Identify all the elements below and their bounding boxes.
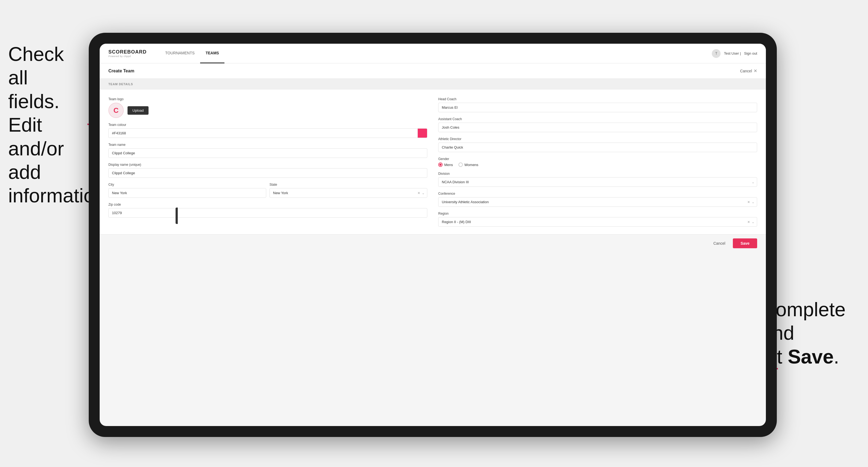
athletic-director-input[interactable] <box>438 143 757 152</box>
team-logo-label: Team logo <box>108 97 427 101</box>
upload-button[interactable]: Upload <box>127 106 149 115</box>
conference-group: Conference University Athletic Associati… <box>438 192 757 207</box>
region-label: Region <box>438 212 757 216</box>
tablet-side-button <box>176 208 178 224</box>
region-select-wrapper: Region II - (M) DIII ✕ ⌄ <box>438 217 757 227</box>
instruction-right-bold: Save <box>788 346 834 368</box>
gender-mens-option[interactable]: Mens <box>438 162 453 167</box>
gender-group: Gender Mens Womens <box>438 157 757 167</box>
division-select[interactable]: NCAA Division III <box>438 177 757 187</box>
womens-radio[interactable] <box>459 162 463 167</box>
city-state-group: City State New York ✕ <box>108 183 427 198</box>
tablet-frame: SCOREBOARD Powered by clippd TOURNAMENTS… <box>89 33 777 437</box>
division-select-wrapper: NCAA Division III ⌄ <box>438 177 757 187</box>
athletic-director-label: Athletic Director <box>438 137 757 141</box>
city-label: City <box>108 183 266 187</box>
logo-letter: C <box>114 106 119 115</box>
region-group: Region Region II - (M) DIII ✕ ⌄ <box>438 212 757 227</box>
instruction-right-end: . <box>834 346 839 368</box>
nav-teams[interactable]: TEAMS <box>200 44 224 63</box>
city-state-row: City State New York ✕ <box>108 183 427 198</box>
display-name-input[interactable] <box>108 168 427 178</box>
team-colour-group: Team colour <box>108 123 427 138</box>
state-select-wrapper: New York ✕ ⌄ <box>270 188 427 198</box>
color-swatch[interactable] <box>417 128 427 138</box>
brand-name: SCOREBOARD <box>108 49 147 55</box>
navbar-right: T Test User | Sign out <box>712 49 757 58</box>
division-group: Division NCAA Division III ⌄ <box>438 172 757 187</box>
brand-sub: Powered by clippd <box>108 55 147 58</box>
team-name-group: Team name <box>108 143 427 158</box>
create-team-title: Create Team <box>108 68 134 73</box>
assistant-coach-group: Assistant Coach <box>438 117 757 132</box>
conference-select-wrapper: University Athletic Association ✕ ⌄ <box>438 197 757 207</box>
head-coach-label: Head Coach <box>438 97 757 101</box>
zip-label: Zip code <box>108 203 427 207</box>
team-name-input[interactable] <box>108 148 427 158</box>
sign-out-link[interactable]: Sign out <box>744 51 757 56</box>
gender-row: Mens Womens <box>438 162 757 167</box>
main-content: Create Team Cancel ✕ TEAM DETAILS Team l… <box>100 63 766 426</box>
user-avatar: T <box>712 49 720 58</box>
team-name-label: Team name <box>108 143 427 147</box>
zip-input[interactable] <box>108 208 427 218</box>
conference-label: Conference <box>438 192 757 195</box>
footer-cancel-button[interactable]: Cancel <box>709 239 730 248</box>
instruction-line-2: Edit and/or add <box>8 114 64 183</box>
instruction-left: Check all fields. Edit and/or add inform… <box>8 42 85 208</box>
form-left: Team logo C Upload Team colour <box>108 97 427 227</box>
athletic-director-group: Athletic Director <box>438 137 757 152</box>
mens-label: Mens <box>444 163 453 167</box>
footer-save-button[interactable]: Save <box>733 239 757 248</box>
womens-label: Womens <box>464 163 478 167</box>
head-coach-input[interactable] <box>438 103 757 112</box>
conference-select[interactable]: University Athletic Association <box>438 197 757 207</box>
tablet-screen: SCOREBOARD Powered by clippd TOURNAMENTS… <box>100 44 766 426</box>
form-footer: Cancel Save <box>100 234 766 252</box>
state-group: State New York ✕ ⌄ <box>270 183 427 198</box>
state-select[interactable]: New York <box>270 188 427 198</box>
logo-area: C Upload <box>108 103 427 118</box>
team-colour-label: Team colour <box>108 123 427 127</box>
create-team-header: Create Team Cancel ✕ <box>100 63 766 79</box>
cancel-x-button[interactable]: Cancel ✕ <box>740 68 757 73</box>
display-name-label: Display name (unique) <box>108 163 427 166</box>
form-body: Team logo C Upload Team colour <box>100 90 766 234</box>
zip-code-group: Zip code <box>108 203 427 218</box>
state-label: State <box>270 183 427 187</box>
cancel-label: Cancel <box>740 69 752 73</box>
navbar: SCOREBOARD Powered by clippd TOURNAMENTS… <box>100 44 766 63</box>
assistant-coach-label: Assistant Coach <box>438 117 757 121</box>
head-coach-group: Head Coach <box>438 97 757 112</box>
city-input[interactable] <box>108 188 266 198</box>
logo-circle: C <box>108 103 124 118</box>
gender-womens-option[interactable]: Womens <box>459 162 478 167</box>
display-name-group: Display name (unique) <box>108 163 427 178</box>
city-group: City <box>108 183 266 198</box>
user-name: Test User | <box>724 51 741 56</box>
brand: SCOREBOARD Powered by clippd <box>108 49 147 58</box>
section-header: TEAM DETAILS <box>100 79 766 90</box>
instruction-line-1: Check all fields. <box>8 43 64 112</box>
team-logo-group: Team logo C Upload <box>108 97 427 118</box>
region-select[interactable]: Region II - (M) DIII <box>438 217 757 227</box>
form-right: Head Coach Assistant Coach Athletic Dire… <box>438 97 757 227</box>
color-input-row <box>108 128 427 138</box>
division-label: Division <box>438 172 757 176</box>
nav-links: TOURNAMENTS TEAMS <box>160 44 712 63</box>
nav-tournaments[interactable]: TOURNAMENTS <box>160 44 200 63</box>
color-text-input[interactable] <box>108 128 417 138</box>
mens-radio[interactable] <box>438 162 443 167</box>
assistant-coach-input[interactable] <box>438 123 757 132</box>
close-icon: ✕ <box>753 68 757 73</box>
gender-label: Gender <box>438 157 757 161</box>
